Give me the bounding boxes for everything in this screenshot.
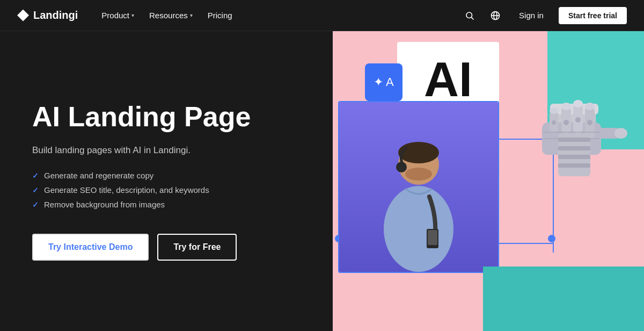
- hero-section: AI Landing Page Build landing pages with…: [0, 31, 644, 331]
- svg-point-22: [561, 103, 571, 110]
- robot-arm-svg: [521, 74, 644, 182]
- nav-item-product[interactable]: Product ▾: [95, 8, 141, 23]
- teal-bottom-block: [483, 267, 644, 331]
- chevron-down-icon: ▾: [190, 12, 193, 18]
- search-button[interactable]: [461, 7, 478, 24]
- svg-point-35: [575, 117, 581, 123]
- svg-rect-13: [428, 230, 437, 245]
- feature-item-1: ✓ Generate and regenerate copy: [32, 171, 307, 180]
- svg-rect-32: [558, 155, 590, 159]
- search-icon: [465, 11, 474, 20]
- svg-point-20: [573, 100, 583, 107]
- nav-resources-label: Resources: [149, 11, 188, 20]
- svg-point-11: [396, 162, 407, 172]
- nav-product-label: Product: [101, 11, 129, 20]
- start-trial-button[interactable]: Start free trial: [559, 7, 627, 24]
- svg-rect-30: [558, 138, 590, 142]
- selection-dot-right: [548, 235, 555, 242]
- logo[interactable]: Landingi: [17, 9, 78, 21]
- logo-text: Landingi: [33, 9, 78, 21]
- hero-left: AI Landing Page Build landing pages with…: [0, 31, 333, 331]
- svg-point-37: [552, 120, 556, 125]
- hero-subtitle: Build landing pages with AI in Landingi.: [32, 145, 307, 156]
- feature-item-3: ✓ Remove background from images: [32, 200, 307, 209]
- svg-point-24: [550, 107, 558, 114]
- feature-text-3: Remove background from images: [44, 200, 165, 209]
- nav-pricing-label: Pricing: [208, 11, 232, 20]
- nav-item-pricing[interactable]: Pricing: [201, 8, 239, 23]
- ai-sparkle-icon: ✦ A: [374, 75, 394, 89]
- person-silhouette: [339, 102, 498, 272]
- robot-hand-illustration: [521, 74, 644, 182]
- logo-diamond-icon: [17, 10, 29, 21]
- svg-point-9: [398, 142, 439, 163]
- hero-buttons: Try Interactive Demo Try for Free: [32, 234, 307, 261]
- demo-button[interactable]: Try Interactive Demo: [32, 234, 149, 261]
- globe-button[interactable]: [487, 7, 504, 24]
- person-photo-card: [338, 101, 499, 273]
- svg-point-10: [405, 168, 432, 181]
- nav-right: Sign in Start free trial: [461, 7, 627, 24]
- hero-illustration: AI ✦ A: [333, 31, 644, 331]
- chevron-down-icon: ▾: [131, 12, 134, 18]
- check-icon-3: ✓: [32, 200, 39, 209]
- nav-items: Product ▾ Resources ▾ Pricing: [95, 8, 461, 23]
- signin-button[interactable]: Sign in: [513, 8, 550, 23]
- hero-features-list: ✓ Generate and regenerate copy ✓ Generat…: [32, 171, 307, 214]
- svg-point-7: [384, 186, 453, 272]
- svg-rect-31: [558, 146, 590, 150]
- svg-rect-33: [558, 163, 590, 168]
- ai-icon-card-1: ✦ A: [365, 63, 402, 101]
- feature-item-2: ✓ Generate SEO title, description, and k…: [32, 185, 307, 195]
- person-figure: [360, 111, 478, 272]
- check-icon-2: ✓: [32, 186, 39, 195]
- svg-point-0: [466, 12, 472, 18]
- feature-text-2: Generate SEO title, description, and key…: [44, 185, 209, 195]
- svg-line-1: [471, 17, 473, 19]
- nav-item-resources[interactable]: Resources ▾: [143, 8, 199, 23]
- svg-point-18: [585, 103, 595, 110]
- svg-point-36: [587, 120, 592, 125]
- navbar: Landingi Product ▾ Resources ▾ Pricing S: [0, 0, 644, 31]
- globe-icon: [491, 11, 500, 20]
- hero-title: AI Landing Page: [32, 102, 307, 132]
- feature-text-1: Generate and regenerate copy: [44, 171, 153, 180]
- free-trial-button[interactable]: Try for Free: [157, 234, 237, 261]
- ai-text: AI: [424, 55, 472, 104]
- check-icon-1: ✓: [32, 171, 39, 180]
- svg-point-26: [614, 128, 627, 139]
- svg-point-34: [564, 120, 569, 125]
